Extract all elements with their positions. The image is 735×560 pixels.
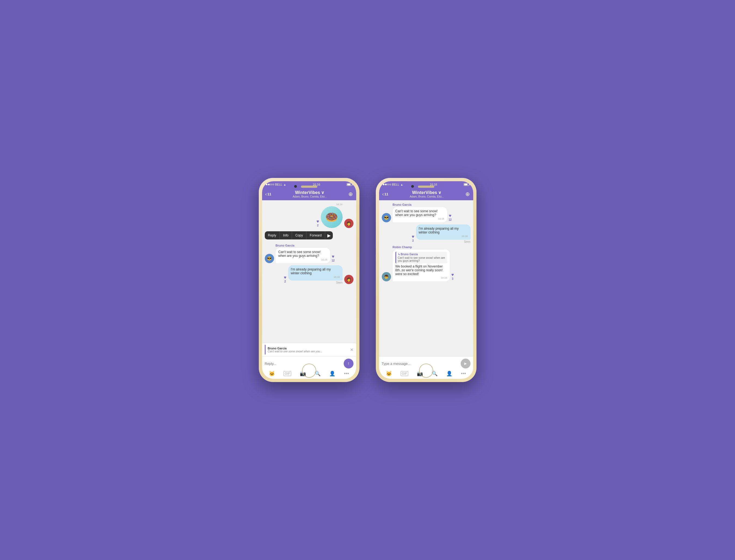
signal-dots xyxy=(266,184,274,185)
sticker-message: ♥ 2 16:14 🍩 👩 xyxy=(265,203,353,228)
like-badge-2-3[interactable]: ♥ 3 xyxy=(451,272,454,280)
battery-fill xyxy=(347,184,350,185)
phone-camera-2 xyxy=(411,185,414,188)
message-row-2-1: 😎 Bruno Garcia Can't wait to see some sn… xyxy=(382,203,470,222)
message-input-2[interactable] xyxy=(382,362,459,366)
group-name-1: WinterVibes xyxy=(295,190,320,195)
person-icon[interactable]: 👤 xyxy=(329,371,335,377)
copy-btn[interactable]: Copy xyxy=(292,231,306,239)
bubble-sent-2-2[interactable]: I'm already preparing all my winter clot… xyxy=(416,224,470,240)
message-row-2-3: 👦 Robin Champ ↳ Bruno Garcia Can't wait … xyxy=(382,245,470,281)
bubble-text-1: Can't wait to see some snow! when are yo… xyxy=(278,250,321,258)
like-badge-2-1[interactable]: ♥ 12 xyxy=(449,213,452,221)
send-button-2[interactable]: ▶ xyxy=(461,359,470,368)
bubble-time-1: 16:15 xyxy=(278,258,327,261)
forward-btn[interactable]: Forward xyxy=(306,231,325,239)
home-button-1[interactable] xyxy=(302,364,316,378)
avatar-self: 👩 xyxy=(344,275,353,284)
bubble-received-2-3[interactable]: ↳ Bruno Garcia Can't wait to see some sn… xyxy=(393,250,450,281)
person-icon-2[interactable]: 👤 xyxy=(446,371,452,377)
gif-icon-2[interactable]: GIF xyxy=(401,371,408,376)
carrier-label: BELL xyxy=(275,183,282,186)
reply-btn[interactable]: Reply xyxy=(265,231,280,239)
home-button-2[interactable] xyxy=(419,364,433,378)
heart-icon: ♥ xyxy=(316,219,319,224)
avatar-emoji-robin: 👦 xyxy=(384,275,389,279)
bubble-text-2-1: Can't wait to see some snow! when are yo… xyxy=(395,209,438,217)
chat-header-2: ‹ 11 WinterVibes ∨ Adam, Bruno, Camiia, … xyxy=(379,188,473,200)
more-actions-icon[interactable]: ▶ xyxy=(325,231,333,239)
back-count-1: 11 xyxy=(267,192,271,196)
heart-icon-2: ♥ xyxy=(284,275,287,280)
wifi-icon: ▲ xyxy=(283,183,286,186)
reply-bar-1: Bruno Garcia Can't wait to see some snow… xyxy=(262,343,356,356)
more-icon[interactable]: ••• xyxy=(344,371,349,377)
reply-arrow-icon: ↳ xyxy=(398,253,401,256)
header-center-2: WinterVibes ∨ Adam, Bruno, Camiia, Eloi.… xyxy=(388,190,465,198)
group-title-2: WinterVibes ∨ xyxy=(388,190,465,195)
quote-sender: ↳ Bruno Garcia xyxy=(398,253,445,256)
wifi-icon-2: ▲ xyxy=(400,183,403,186)
avatar-robin: 👦 xyxy=(382,272,391,281)
like-badge-2-2[interactable]: ♥ 2 xyxy=(412,234,414,242)
close-reply-button[interactable]: ✕ xyxy=(350,347,353,352)
dot2-2 xyxy=(385,184,387,185)
back-count-2: 11 xyxy=(385,192,388,196)
like-count-2: 2 xyxy=(284,280,286,283)
avatar-emoji-1: 👩 xyxy=(346,221,351,226)
phone-speaker-2 xyxy=(418,186,434,188)
status-left-2: BELL ▲ xyxy=(383,183,403,186)
avatar-bruno-2: 😎 xyxy=(382,213,391,222)
send-icon: ↑ xyxy=(347,361,350,366)
chat-area-1[interactable]: ♥ 2 16:14 🍩 👩 R xyxy=(262,200,356,343)
signal-dots-2 xyxy=(383,184,391,185)
send-button-1[interactable]: ↑ xyxy=(344,359,353,368)
bubble-time-2-1: 16:15 xyxy=(395,217,444,220)
bubble-time-2: 16:16 xyxy=(291,276,340,278)
add-contact-button-1[interactable]: ⊕ xyxy=(348,191,353,197)
like-badge-2[interactable]: ♥ 2 xyxy=(284,275,287,283)
emoji-icon[interactable]: 🐱 xyxy=(269,371,275,377)
carrier-label-2: BELL xyxy=(392,183,399,186)
emoji-icon-2[interactable]: 🐱 xyxy=(386,371,392,377)
reply-sender: Bruno Garcia xyxy=(268,347,350,350)
back-button-2[interactable]: ‹ 11 xyxy=(382,191,388,197)
reply-text: Can't wait to see some snow! when are yo… xyxy=(268,350,350,353)
reply-bar-content: Bruno Garcia Can't wait to see some snow… xyxy=(268,347,350,353)
sticker-emoji: 🍩 xyxy=(321,206,343,228)
phone-2: BELL ▲ 16:16 ‹ 11 WinterVibe xyxy=(376,178,476,382)
play-icon: ▶ xyxy=(464,362,467,365)
like-count-2-2: 2 xyxy=(412,239,414,242)
avatar-bruno: 😎 xyxy=(265,254,274,263)
phone-1: BELL ▲ 16:16 ‹ 11 WinterVibe xyxy=(259,178,359,382)
gif-icon[interactable]: GIF xyxy=(284,371,291,376)
like-badge-1[interactable]: ♥ 12 xyxy=(332,254,335,262)
info-btn[interactable]: Info xyxy=(280,231,292,239)
more-icon-2[interactable]: ••• xyxy=(461,371,466,377)
bubble-content-2: I'm already preparing all my winter clot… xyxy=(288,265,343,284)
group-subtitle-1: Adam, Bruno, Camiia, Eloi... xyxy=(271,195,348,198)
bubble-received-1[interactable]: Can't wait to see some snow! when are yo… xyxy=(276,248,330,263)
bubble-time-2-2: 16:16 xyxy=(419,235,468,238)
add-contact-button-2[interactable]: ⊕ xyxy=(465,191,470,197)
message-input-1[interactable] xyxy=(265,362,342,366)
bubble-sent-2[interactable]: I'm already preparing all my winter clot… xyxy=(288,265,343,281)
bubble-text-2-2: I'm already preparing all my winter clot… xyxy=(419,227,459,234)
bubble-content-1: Bruno Garcia Can't wait to see some snow… xyxy=(276,244,330,263)
sticker-content: 16:14 🍩 xyxy=(321,203,343,228)
bubble-content-2-1: Bruno Garcia Can't wait to see some snow… xyxy=(393,203,447,222)
like-count-1: 12 xyxy=(332,259,335,262)
message-row-2: 👩 I'm already preparing all my winter cl… xyxy=(265,265,353,284)
back-button-1[interactable]: ‹ 11 xyxy=(265,191,271,197)
group-title-1: WinterVibes ∨ xyxy=(271,190,348,195)
battery-icon xyxy=(347,183,352,186)
chat-area-2[interactable]: 😎 Bruno Garcia Can't wait to see some sn… xyxy=(379,200,473,356)
quote-sender-name: Bruno Garcia xyxy=(401,253,418,256)
battery-area-2 xyxy=(464,183,469,186)
sticker-like[interactable]: ♥ 2 xyxy=(316,219,319,227)
bubble-content-2-3: Robin Champ ↳ Bruno Garcia Can't wait to… xyxy=(393,245,450,281)
seen-label-2: Seen xyxy=(416,240,470,243)
dot3-2 xyxy=(387,184,389,185)
bubble-received-2-1[interactable]: Can't wait to see some snow! when are yo… xyxy=(393,207,447,222)
chevron-down-icon: ∨ xyxy=(321,190,324,195)
